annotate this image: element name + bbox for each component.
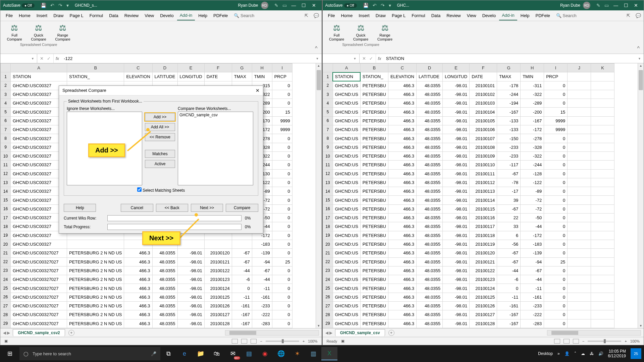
sheet-nav-icon[interactable]: ◀ ▶ (3, 330, 10, 335)
formula-input[interactable]: -122 (61, 56, 313, 61)
accept-fx-icon[interactable]: ✓ (47, 56, 51, 61)
redo-icon[interactable]: ↷ (381, 3, 385, 8)
zoom-in-button[interactable]: + (303, 339, 305, 343)
window-icon[interactable]: ▭ (282, 3, 287, 8)
zoom-in-button[interactable]: + (625, 339, 627, 343)
quick-compare-button[interactable]: ⚖Quick Compare (351, 23, 371, 41)
tray-expand-icon[interactable]: » (557, 351, 560, 356)
vertical-scrollbar[interactable]: ▲▼ (316, 63, 322, 328)
ribbon-tab-insert[interactable]: Insert (356, 11, 372, 20)
chrome-icon[interactable]: 🌐 (273, 347, 289, 360)
autosave-toggle[interactable]: ● Off (22, 3, 35, 8)
desktop-toolbar[interactable]: Desktop (538, 351, 553, 356)
undo-icon[interactable]: ↶ (50, 3, 54, 8)
comments-icon[interactable]: 💬 (636, 13, 641, 18)
page-layout-button[interactable] (564, 339, 570, 344)
name-box[interactable]: ▼ (323, 54, 360, 63)
matching-label[interactable]: Select Matching Sheets (143, 188, 185, 193)
network-icon[interactable]: 🖧 (590, 351, 594, 356)
record-macro-icon[interactable]: ▣ (4, 339, 8, 343)
people-icon[interactable]: 👤 (565, 351, 570, 356)
cancel-button[interactable]: Cancel (121, 204, 153, 212)
tray-up-icon[interactable]: ˄ (574, 351, 576, 356)
zoom-level[interactable]: 100% (630, 339, 640, 343)
cancel-fx-icon[interactable]: ✕ (362, 56, 366, 61)
formula-input[interactable]: STATION (383, 56, 635, 61)
dialog-titlebar[interactable]: Spreadsheet Compare ✕ (59, 86, 263, 96)
onedrive-icon[interactable]: ☁ (581, 351, 585, 356)
avatar[interactable]: RD (261, 2, 268, 9)
ribbon-tab-pdfele[interactable]: PDFele (211, 11, 230, 20)
cancel-fx-icon[interactable]: ✕ (40, 56, 44, 61)
matches-button[interactable]: Matches (145, 150, 175, 158)
ribbon-tab-data[interactable]: Data (429, 11, 443, 20)
app2-icon[interactable]: ✶ (289, 347, 305, 360)
compare-listbox[interactable]: GHCND_sample_csv (178, 112, 253, 185)
share-icon[interactable]: ⇱ (627, 13, 630, 18)
zoom-out-button[interactable]: − (582, 339, 584, 343)
fx-icon[interactable]: fx (54, 56, 61, 61)
ribbon-tab-insert[interactable]: Insert (34, 11, 50, 20)
app-icon[interactable]: ▤ (241, 347, 257, 360)
ribbon-tab-draw[interactable]: Draw (51, 11, 66, 20)
store-icon[interactable]: 🛍 (209, 347, 225, 360)
record-macro-icon[interactable]: ▣ (341, 339, 344, 343)
ribbon-tab-review[interactable]: Review (122, 11, 142, 20)
notification-icon[interactable]: 25 (631, 348, 641, 359)
ribbon-tab-add-in[interactable]: Add-in (177, 11, 195, 20)
app3-icon[interactable]: ▥ (305, 347, 321, 360)
ribbon-tab-data[interactable]: Data (106, 11, 121, 20)
dialog-close-button[interactable]: ✕ (256, 88, 260, 93)
task-view-icon[interactable]: ⧉ (160, 347, 176, 360)
file-explorer-icon[interactable]: 📁 (193, 347, 209, 360)
ribbon-tab-home[interactable]: Home (338, 11, 355, 20)
avatar[interactable]: RD (583, 2, 590, 9)
range-compare-button[interactable]: ⚖Range Compare (375, 23, 395, 41)
vertical-scrollbar[interactable]: ▲▼ (638, 63, 644, 328)
maximize-button[interactable]: ☐ (299, 3, 309, 8)
active-button[interactable]: Active (145, 160, 175, 168)
zoom-out-button[interactable]: − (260, 339, 262, 343)
ribbon-tab-help[interactable]: Help (196, 11, 210, 20)
ribbon-tab-formul[interactable]: Formul (409, 11, 428, 20)
matching-checkbox[interactable] (137, 187, 142, 192)
minimize-button[interactable]: — (611, 3, 621, 8)
ribbon-tab-draw[interactable]: Draw (373, 11, 388, 20)
undo-icon[interactable]: ↶ (373, 3, 377, 8)
accept-fx-icon[interactable]: ✓ (369, 56, 373, 61)
ribbon-tab-formul[interactable]: Formul (87, 11, 106, 20)
horizontal-scrollbar[interactable] (547, 330, 641, 336)
expand-formula-icon[interactable]: ▼ (313, 57, 322, 60)
normal-view-button[interactable] (232, 339, 238, 344)
clock[interactable]: 10:05 PM 6/12/2019 (608, 349, 626, 359)
ribbon-tab-page l[interactable]: Page L (67, 11, 86, 20)
taskbar-search[interactable]: ◯ Type here to search 🎤 (19, 347, 160, 360)
minimize-button[interactable]: — (289, 3, 299, 8)
edge-icon[interactable]: e (176, 347, 193, 360)
add-sheet-button[interactable]: + (68, 330, 74, 336)
autosave-toggle[interactable]: ● Off (344, 3, 357, 8)
help-button[interactable]: Help (64, 204, 96, 212)
ribbon-tab-pdfele[interactable]: PDFele (533, 11, 553, 20)
fx-icon[interactable]: fx (376, 56, 383, 61)
ribbon-collapse-icon[interactable]: ^ (637, 46, 640, 52)
start-button[interactable]: ⊞ (0, 350, 19, 357)
next-button[interactable]: Next >> (191, 204, 223, 212)
ribbon-tab-view[interactable]: View (464, 11, 479, 20)
share-icon[interactable]: ⇱ (305, 13, 308, 18)
ribbon-collapse-icon[interactable]: ^ (315, 46, 318, 52)
expand-formula-icon[interactable]: ▼ (635, 57, 644, 60)
ribbon-tab-review[interactable]: Review (444, 11, 464, 20)
quick-compare-button[interactable]: ⚖Quick Compare (29, 23, 49, 41)
ribbon-tab-home[interactable]: Home (16, 11, 33, 20)
excel-icon[interactable]: X (321, 347, 337, 360)
remove-button[interactable]: << Remove (145, 133, 175, 141)
ribbon-tab-add-in[interactable]: Add-in (499, 11, 517, 20)
full-compare-button[interactable]: ⚖Full Compare (327, 23, 347, 41)
ribbon-tab-file[interactable]: File (325, 11, 338, 20)
zoom-slider[interactable] (588, 341, 621, 342)
draw-icon[interactable]: ✎ (596, 3, 600, 8)
ribbon-tab-develo[interactable]: Develo (480, 11, 498, 20)
redo-icon[interactable]: ↷ (58, 3, 62, 8)
normal-view-button[interactable] (554, 339, 560, 344)
